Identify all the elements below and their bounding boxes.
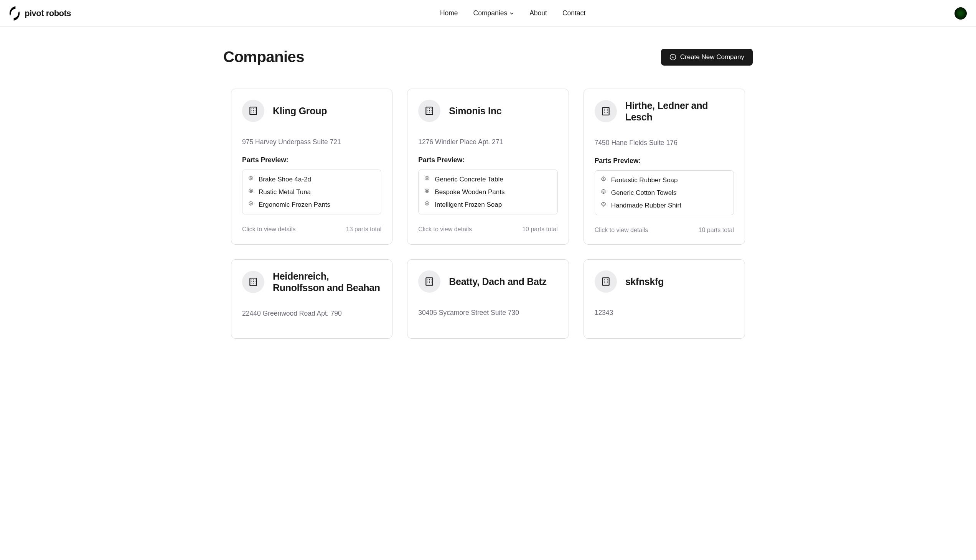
logo[interactable]: pivot robots <box>9 5 71 22</box>
gear-icon <box>248 175 254 183</box>
part-row: Generic Cotton Towels <box>595 187 734 199</box>
svg-point-8 <box>426 203 428 205</box>
brand-text: pivot robots <box>25 8 71 18</box>
card-header: skfnskfg <box>595 270 734 293</box>
gear-icon <box>248 201 254 209</box>
gear-icon <box>601 176 607 184</box>
part-name: Rustic Metal Tuna <box>259 188 311 196</box>
card-header: Hirthe, Ledner and Lesch <box>595 100 734 123</box>
svg-point-7 <box>426 190 428 192</box>
company-card[interactable]: Heidenreich, Runolfsson and Beahan22440 … <box>231 259 392 339</box>
parts-total: 13 parts total <box>346 226 382 233</box>
card-footer: Click to view details10 parts total <box>595 227 734 233</box>
svg-point-11 <box>603 191 604 193</box>
company-address: 12343 <box>595 309 734 317</box>
company-name: Heidenreich, Runolfsson and Beahan <box>273 270 381 293</box>
building-icon <box>595 100 617 122</box>
click-hint: Click to view details <box>595 227 648 233</box>
company-card[interactable]: Beatty, Dach and Batz30405 Sycamore Stre… <box>407 259 569 339</box>
main-nav: Home Companies About Contact <box>440 9 586 17</box>
part-row: Generic Concrete Table <box>419 173 557 186</box>
part-name: Ergonomic Frozen Pants <box>259 201 330 209</box>
gear-icon <box>248 188 254 196</box>
company-address: 975 Harvey Underpass Suite 721 <box>242 138 381 146</box>
company-card[interactable]: Simonis Inc1276 Windler Place Apt. 271Pa… <box>407 88 569 245</box>
part-name: Fantastic Rubber Soap <box>611 177 678 184</box>
company-address: 30405 Sycamore Street Suite 730 <box>418 309 557 317</box>
svg-point-12 <box>603 204 604 205</box>
header: pivot robots Home Companies About Contac… <box>0 0 976 27</box>
part-row: Rustic Metal Tuna <box>242 186 381 198</box>
parts-preview-label: Parts Preview: <box>595 157 734 165</box>
parts-preview-box: Brake Shoe 4a-2dRustic Metal TunaErgonom… <box>242 170 381 214</box>
part-row: Handmade Rubber Shirt <box>595 199 734 212</box>
nav-about[interactable]: About <box>529 9 547 17</box>
part-row: Fantastic Rubber Soap <box>595 174 734 187</box>
create-company-label: Create New Company <box>680 53 744 61</box>
part-name: Intelligent Frozen Soap <box>435 201 502 209</box>
company-card[interactable]: skfnskfg12343 <box>584 259 745 339</box>
nav-companies-label: Companies <box>474 9 507 17</box>
building-icon <box>418 100 440 122</box>
card-footer: Click to view details10 parts total <box>418 226 557 233</box>
svg-point-4 <box>250 203 252 205</box>
parts-preview-label: Parts Preview: <box>418 156 557 164</box>
page-content: Companies Create New Company Kling Group… <box>208 27 768 360</box>
parts-total: 10 parts total <box>699 227 734 233</box>
nav-companies[interactable]: Companies <box>474 9 514 17</box>
part-name: Bespoke Wooden Pants <box>435 188 504 196</box>
gear-icon <box>424 175 430 183</box>
svg-point-3 <box>250 190 252 192</box>
page-header: Companies Create New Company <box>223 48 753 66</box>
avatar[interactable] <box>954 7 967 20</box>
company-card[interactable]: Kling Group975 Harvey Underpass Suite 72… <box>231 88 392 245</box>
part-row: Bespoke Wooden Pants <box>419 186 557 198</box>
parts-preview-box: Generic Concrete TableBespoke Wooden Pan… <box>418 170 557 214</box>
part-name: Generic Concrete Table <box>435 176 503 183</box>
company-name: Kling Group <box>273 105 327 117</box>
gear-icon <box>424 201 430 209</box>
card-header: Simonis Inc <box>418 100 557 122</box>
svg-point-10 <box>603 178 604 180</box>
card-footer: Click to view details13 parts total <box>242 226 381 233</box>
building-icon <box>418 270 440 293</box>
nav-home[interactable]: Home <box>440 9 458 17</box>
click-hint: Click to view details <box>242 226 296 233</box>
building-icon <box>242 100 264 122</box>
gear-icon <box>601 202 607 210</box>
companies-grid: Kling Group975 Harvey Underpass Suite 72… <box>223 88 753 339</box>
nav-contact[interactable]: Contact <box>562 9 586 17</box>
company-address: 22440 Greenwood Road Apt. 790 <box>242 310 381 318</box>
part-row: Ergonomic Frozen Pants <box>242 198 381 211</box>
plus-circle-icon <box>669 54 676 61</box>
click-hint: Click to view details <box>418 226 472 233</box>
svg-point-6 <box>426 178 428 179</box>
card-header: Beatty, Dach and Batz <box>418 270 557 293</box>
parts-preview-label: Parts Preview: <box>242 156 381 164</box>
logo-icon <box>9 5 20 22</box>
parts-preview-box: Fantastic Rubber SoapGeneric Cotton Towe… <box>595 170 734 215</box>
svg-point-2 <box>250 178 252 179</box>
part-row: Intelligent Frozen Soap <box>419 198 557 211</box>
page-title: Companies <box>223 48 304 66</box>
building-icon <box>595 270 617 293</box>
company-address: 7450 Hane Fields Suite 176 <box>595 139 734 147</box>
card-header: Kling Group <box>242 100 381 122</box>
building-icon <box>242 271 264 293</box>
company-name: Beatty, Dach and Batz <box>449 276 546 287</box>
chevron-down-icon <box>509 11 514 16</box>
company-card[interactable]: Hirthe, Ledner and Lesch7450 Hane Fields… <box>584 88 745 245</box>
company-name: skfnskfg <box>626 276 664 287</box>
company-address: 1276 Windler Place Apt. 271 <box>418 138 557 146</box>
part-name: Generic Cotton Towels <box>611 189 677 197</box>
gear-icon <box>424 188 430 196</box>
card-header: Heidenreich, Runolfsson and Beahan <box>242 270 381 293</box>
create-company-button[interactable]: Create New Company <box>661 49 753 66</box>
part-name: Handmade Rubber Shirt <box>611 202 681 210</box>
company-name: Hirthe, Ledner and Lesch <box>626 100 734 123</box>
company-name: Simonis Inc <box>449 105 501 117</box>
part-row: Brake Shoe 4a-2d <box>242 173 381 186</box>
gear-icon <box>601 189 607 197</box>
part-name: Brake Shoe 4a-2d <box>259 176 311 183</box>
parts-total: 10 parts total <box>522 226 558 233</box>
